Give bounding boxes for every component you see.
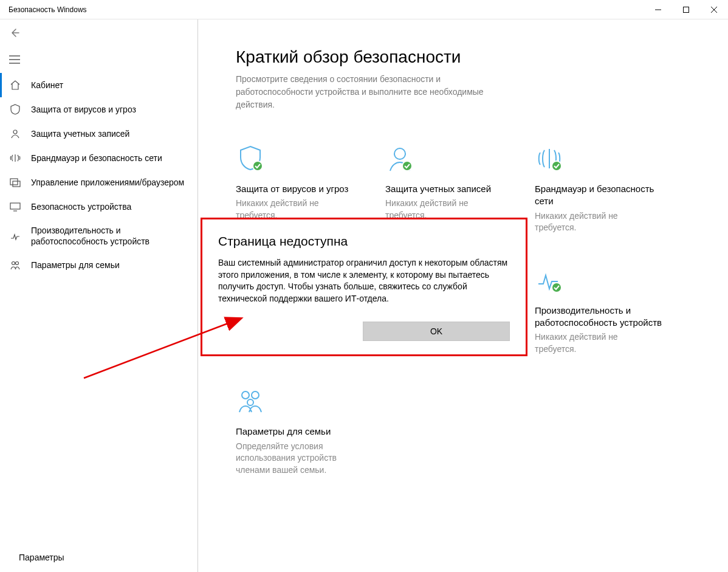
sidebar-item-appbrowser[interactable]: Управление приложениями/браузером <box>0 170 197 195</box>
page-subtitle: Просмотрите сведения о состоянии безопас… <box>236 73 491 111</box>
svg-rect-8 <box>10 179 18 185</box>
sidebar-item-label: Защита от вирусов и угроз <box>31 104 136 115</box>
svg-point-24 <box>242 391 249 399</box>
maximize-button[interactable] <box>672 0 700 19</box>
home-icon <box>9 79 21 91</box>
minimize-button[interactable] <box>644 0 672 19</box>
svg-point-25 <box>252 391 259 399</box>
svg-rect-10 <box>10 203 20 209</box>
svg-point-11 <box>12 262 15 265</box>
sidebar-item-label: Брандмауэр и безопасность сети <box>31 153 162 164</box>
svg-point-17 <box>552 161 561 171</box>
tile-title: Параметры для семьи <box>236 426 376 438</box>
svg-rect-9 <box>13 181 20 187</box>
sidebar-item-label: Защита учетных записей <box>31 128 129 139</box>
performance-icon <box>9 230 21 242</box>
svg-point-7 <box>13 130 17 134</box>
tile-title: Защита от вирусов и угроз <box>236 183 376 195</box>
svg-point-15 <box>394 148 405 159</box>
sidebar-item-account[interactable]: Защита учетных записей <box>0 122 197 146</box>
tile-family[interactable]: Параметры для семьи Определяйте условия … <box>236 382 376 476</box>
sidebar-item-label: Производительность и работоспособность у… <box>31 225 191 247</box>
tile-account-icon <box>385 139 525 173</box>
dialog-title: Страница недоступна <box>218 234 510 249</box>
sidebar-item-label: Кабинет <box>31 80 63 91</box>
tile-firewall[interactable]: Брандмауэр и безопасность сети Никаких д… <box>535 139 675 234</box>
tile-title: Защита учетных записей <box>385 183 525 195</box>
hamburger-icon <box>9 55 20 64</box>
titlebar: Безопасность Windows <box>0 0 728 19</box>
dialog-ok-button[interactable]: OK <box>363 322 510 341</box>
svg-point-26 <box>247 399 253 405</box>
tile-subtitle: Никаких действий не требуется. <box>535 331 656 355</box>
svg-point-23 <box>552 283 561 292</box>
svg-point-12 <box>16 262 19 265</box>
sidebar-item-label: Параметры для семьи <box>31 260 120 270</box>
tile-shield-icon <box>236 139 376 173</box>
svg-rect-1 <box>684 7 689 12</box>
close-button[interactable] <box>700 0 728 19</box>
tile-title: Производительность и работоспособность у… <box>535 305 675 329</box>
account-icon <box>9 128 21 140</box>
tile-performance[interactable]: Производительность и работоспособность у… <box>535 261 675 356</box>
tile-performance-icon <box>535 261 675 295</box>
dialog-body: Ваш системный администратор ограничил до… <box>218 257 510 305</box>
family-icon <box>9 259 21 271</box>
back-button[interactable] <box>0 19 197 46</box>
sidebar: Кабинет Защита от вирусов и угроз Защита… <box>0 19 198 572</box>
device-icon <box>9 201 21 213</box>
sidebar-item-firewall[interactable]: Брандмауэр и безопасность сети <box>0 146 197 170</box>
tile-family-icon <box>236 382 376 416</box>
tile-subtitle: Никаких действий не требуется. <box>535 210 656 234</box>
sidebar-item-virus[interactable]: Защита от вирусов и угроз <box>0 97 197 122</box>
window-controls <box>644 0 728 19</box>
sidebar-item-home[interactable]: Кабинет <box>0 73 197 97</box>
svg-point-14 <box>253 161 263 171</box>
sidebar-item-settings[interactable]: Параметры <box>0 546 197 568</box>
sidebar-item-label: Управление приложениями/браузером <box>31 177 184 188</box>
back-arrow-icon <box>9 27 20 38</box>
sidebar-nav: Кабинет Защита от вирусов и угроз Защита… <box>0 73 197 546</box>
tile-subtitle: Определяйте условия использования устрой… <box>236 441 357 477</box>
sidebar-item-label: Безопасность устройства <box>31 201 131 212</box>
page-title: Краткий обзор безопасности <box>236 47 728 67</box>
svg-point-16 <box>402 161 412 171</box>
sidebar-item-device[interactable]: Безопасность устройства <box>0 195 197 219</box>
shield-icon <box>9 103 21 115</box>
window-title: Безопасность Windows <box>9 5 87 14</box>
sidebar-item-label: Параметры <box>19 553 64 562</box>
firewall-icon <box>9 152 21 164</box>
dialog-actions: OK <box>218 322 510 341</box>
hamburger-button[interactable] <box>0 46 197 73</box>
sidebar-item-family[interactable]: Параметры для семьи <box>0 253 197 277</box>
app-browser-icon <box>9 176 21 188</box>
sidebar-item-performance[interactable]: Производительность и работоспособность у… <box>0 219 197 253</box>
dialog-page-unavailable: Страница недоступна Ваш системный админи… <box>201 218 527 356</box>
tile-title: Брандмауэр и безопасность сети <box>535 183 675 208</box>
tile-firewall-icon <box>535 139 675 173</box>
